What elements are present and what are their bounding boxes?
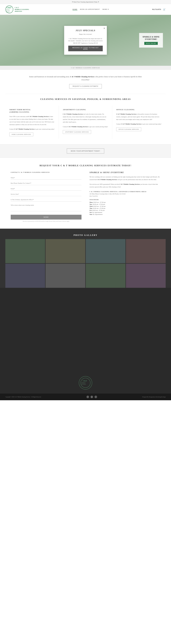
modal-close-icon[interactable]: ✕ (103, 27, 105, 30)
name-field-wrapper (11, 176, 81, 180)
gallery-section: PHOTO GALLERY (0, 229, 171, 288)
logo-area: C&T MOBILE CLEANING SERVICES C & TMOBILE… (5, 5, 29, 14)
name-input[interactable] (11, 176, 81, 180)
phone-field-wrapper (11, 181, 81, 185)
hours-fri: Fri: 09:00 am - 07:00 pm (90, 210, 160, 211)
apartment-title: APARTMENT CLEANING (63, 108, 108, 111)
phone-input[interactable] (11, 181, 81, 185)
home-cleaning-button[interactable]: HOME CLEANING SERVICES (9, 132, 33, 136)
airbnb-text: Your STR is your sanctuary and C & T Mob… (9, 115, 55, 126)
svg-text:MOBILE: MOBILE (81, 382, 86, 384)
modal-message-button[interactable]: MESSAGE US TODAY TO FIND OUT MORE (68, 46, 103, 51)
dark-spacer-section (0, 288, 171, 368)
gallery-item-8 (126, 264, 166, 288)
footer-social: f in t (86, 396, 97, 398)
office-title: OFFICE CLEANING (116, 108, 162, 111)
contact-form-panel: CONTACT C & T MOBILE CLEANING SERVICES (11, 172, 81, 222)
services-title: CLEANING SERVICES IN SAVANNAH, POOLER, &… (5, 98, 166, 100)
svg-text:CLEANING: CLEANING (6, 10, 10, 11)
office-text: C & T Mobile Cleaning Services is the pe… (116, 113, 162, 121)
nav-more[interactable]: MORE ▾ (102, 8, 109, 10)
message-input[interactable] (11, 203, 81, 211)
form-disclaimer: This site is protected by reCAPTCHA and … (11, 220, 81, 222)
brand-mention: C & T Mobile Cleaning Services (70, 76, 94, 78)
svg-text:MOBILE: MOBILE (6, 9, 10, 10)
july-specials-modal: ✕ JULY SPECIALS Happy July everyone! C &… (64, 26, 107, 55)
instagram-icon[interactable]: in (90, 396, 93, 398)
design-credit: Designed By Designsation Advertising & d… (142, 396, 166, 398)
services-grid: SHORT TERM RENTAL(AIRBNB) CLEANING Your … (0, 103, 171, 144)
services-heading: CLEANING SERVICES IN SAVANNAH, POOLER, &… (0, 94, 171, 103)
gallery-grid (5, 239, 166, 288)
airbnb-cta: Contact C & T Mobile Cleaning Services t… (9, 128, 55, 130)
modal-title: JULY SPECIALS (68, 29, 103, 32)
office-cleaning-button[interactable]: OFFICE CLEANING SERVICES (116, 128, 141, 131)
nav-home[interactable]: HOME (73, 8, 77, 10)
gallery-item-1 (5, 239, 45, 263)
top-bar: ✈ Book Your Cleaning Appointment Today ✈ (0, 0, 171, 4)
request-estimate-button[interactable]: REQUEST A CLEANING ESTIMATE! (69, 84, 102, 88)
facebook-icon[interactable]: f (86, 396, 89, 398)
address-text: 101 Blue Moon Crossing Suite 3, Box 202 … (90, 193, 160, 195)
area-field-wrapper (11, 192, 81, 196)
type-field-wrapper (11, 198, 81, 202)
message-field-wrapper (11, 203, 81, 212)
send-button[interactable]: SEND (11, 215, 81, 220)
brand-ref-1: C & T Mobile Cleaning Services (97, 179, 117, 180)
service-col-office: OFFICE CLEANING C & T Mobile Cleaning Se… (112, 106, 166, 139)
service-col-airbnb: SHORT TERM RENTAL(AIRBNB) CLEANING Your … (5, 106, 59, 139)
twitter-icon[interactable]: t (94, 396, 97, 398)
gallery-item-4 (126, 239, 166, 263)
gallery-title: PHOTO GALLERY (5, 234, 166, 236)
header-phone: 912.712.6733 (152, 8, 161, 10)
gallery-item-6 (45, 264, 85, 288)
logo-text: C & TMOBILE CLEANINGSERVICES (15, 6, 29, 12)
service-col-apartment: APARTMENT CLEANING C & T Mobile Cleaning… (59, 106, 112, 139)
svg-text:CLEANING: CLEANING (81, 384, 86, 385)
apartment-cleaning-button[interactable]: APARTMENT CLEANING SERVICES (63, 130, 91, 134)
footer-logo-section: C&T MOBILE CLEANING (0, 368, 171, 394)
contact-grid: CONTACT C & T MOBILE CLEANING SERVICES (11, 172, 160, 222)
book-appointment-section: BOOK YOUR APPOINTMENT TODAY! (0, 144, 171, 158)
brand-bar-text: C & T MOBILE CLEANING SERVICES (71, 67, 100, 68)
contact-right-text1: We love working with our customers on fi… (90, 176, 160, 181)
nav-book[interactable]: BOOK AN APPOINTMENT (80, 8, 100, 10)
contact-right-text2: Our services are 100% guaranteed! When y… (90, 183, 160, 188)
office-cta: Contact C & T Mobile Cleaning Services t… (116, 123, 162, 126)
svg-text:C&T: C&T (7, 6, 11, 9)
svg-text:C&T: C&T (83, 380, 87, 382)
email-field-wrapper (11, 187, 81, 190)
hours-mon: Mon: 09:00 am - 07:00 pm (90, 202, 160, 203)
brand-bar: C & T MOBILE CLEANING SERVICES (0, 66, 171, 70)
address-title: C & T MOBILE CLEANING SERVICES | SAVANNA… (90, 191, 160, 192)
gallery-item-5 (5, 264, 45, 288)
svg-text:SERVICES: SERVICES (6, 12, 10, 12)
hours-sun: Sun: By Appointment (90, 214, 160, 215)
contact-section-title: REQUEST YOUR C & T MOBILE CLEANING SERVI… (11, 164, 160, 167)
gallery-item-2 (45, 239, 85, 263)
gallery-item-7 (86, 264, 126, 288)
logo-icon: C&T MOBILE CLEANING SERVICES (5, 5, 13, 14)
copyright-text: Copyright © 2020 C & T Mobile Cleaning S… (5, 396, 41, 398)
contact-left-title: CONTACT C & T MOBILE CLEANING SERVICES (11, 172, 81, 173)
top-bar-text: ✈ Book Your Cleaning Appointment Today ✈ (72, 1, 99, 3)
apartment-text: C & T Mobile Cleaning Services isn't onl… (63, 113, 108, 124)
header-right: 912.712.6733 🛒 (152, 8, 166, 11)
modal-overlay: ✕ JULY SPECIALS Happy July everyone! C &… (0, 15, 171, 66)
hours-sat: Sat: By Appointment (90, 212, 160, 213)
apartment-cta: Contact C & T Mobile Cleaning Services t… (63, 126, 108, 128)
contact-form: SEND This site is protected by reCAPTCHA… (11, 176, 81, 222)
header: C&T MOBILE CLEANING SERVICES C & TMOBILE… (0, 4, 171, 15)
contact-section: REQUEST YOUR C & T MOBILE CLEANING SERVI… (0, 158, 171, 229)
footer-logo-circle: C&T MOBILE CLEANING (79, 376, 92, 390)
book-appointment-button[interactable]: BOOK YOUR APPOINTMENT TODAY! (67, 148, 104, 154)
hours-wed: Wed: 09:00 am - 07:00 pm (90, 206, 160, 207)
email-input[interactable] (11, 187, 81, 190)
hours-title: OUR HOURS (90, 199, 160, 200)
hours-tue: Tue: 09:00 am - 07:00 pm (90, 204, 160, 205)
service-area-input[interactable] (11, 192, 81, 196)
hero-section: SPARKLE & SHINEEVERYTIME! BOOK ONLINE ✕ … (0, 15, 171, 66)
cart-icon[interactable]: 🛒 (163, 8, 166, 11)
contact-phone: 912.712.6733 (90, 195, 160, 197)
service-type-input[interactable] (11, 198, 81, 202)
